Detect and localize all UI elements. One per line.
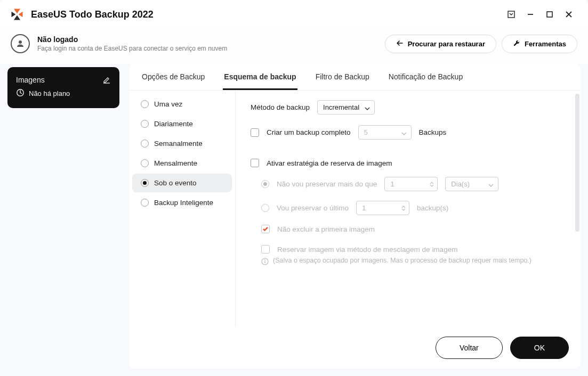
- close-window-icon[interactable]: [559, 5, 578, 24]
- radio-icon: [141, 140, 149, 148]
- sidebar-card[interactable]: Imagens Não há plano: [7, 67, 119, 108]
- radio-icon: [141, 100, 149, 108]
- backup-method-select[interactable]: Incremental: [317, 100, 375, 115]
- enable-strategy-checkbox[interactable]: [251, 159, 259, 167]
- chevron-down-icon: [365, 105, 370, 110]
- backups-suffix: Backups: [419, 128, 447, 136]
- schedule-label: Uma vez: [154, 100, 182, 108]
- title-bar: EaseUS Todo Backup 2022: [0, 0, 588, 29]
- schedule-label: Backup Inteligente: [154, 199, 213, 207]
- schedule-smart[interactable]: Backup Inteligente: [132, 193, 232, 212]
- radio-icon: [141, 159, 149, 167]
- schedule-daily[interactable]: Diariamente: [132, 115, 232, 133]
- reserve-merge-checkbox[interactable]: [261, 245, 270, 254]
- header-bar: Não logado Faça login na conta de EaseUS…: [0, 29, 588, 64]
- schedule-once[interactable]: Uma vez: [132, 95, 232, 113]
- svg-marker-0: [14, 9, 20, 14]
- account-hint: Faça login na conta de EaseUS para conec…: [37, 45, 227, 52]
- schedule-event[interactable]: Sob o evento: [132, 174, 232, 192]
- tab-backup-scheme[interactable]: Esquema de backup: [223, 64, 297, 90]
- preserve-last-label: Vou preservar o último: [277, 204, 349, 212]
- scrollbar[interactable]: [575, 94, 579, 324]
- tab-backup-options[interactable]: Opções de Backup: [141, 64, 206, 90]
- preserve-last-stepper[interactable]: 1: [356, 201, 409, 215]
- dropdown-window-icon[interactable]: [502, 5, 521, 24]
- clock-icon: [16, 88, 25, 99]
- minimize-window-icon[interactable]: [521, 5, 540, 24]
- svg-marker-1: [14, 15, 20, 20]
- reserve-merge-label: Reservar imagem via método de mesclagem …: [277, 246, 457, 254]
- svg-marker-2: [12, 12, 16, 18]
- full-backup-checkbox[interactable]: [251, 128, 259, 137]
- wrench-icon: [513, 39, 520, 48]
- sidebar-card-title: Imagens: [16, 76, 45, 84]
- footer: Voltar OK: [129, 327, 581, 369]
- back-button[interactable]: Voltar: [436, 337, 503, 359]
- scrollbar-thumb[interactable]: [575, 94, 579, 232]
- schedule-monthly[interactable]: Mensalmente: [132, 154, 232, 173]
- no-delete-first-checkbox[interactable]: [261, 225, 270, 233]
- enable-strategy-label: Ativar estratégia de reserva de imagem: [267, 159, 392, 167]
- schedule-label: Mensalmente: [154, 159, 197, 167]
- svg-marker-3: [19, 12, 23, 18]
- info-note-text: (Salva o espaço ocupado por imagens. Mas…: [273, 257, 531, 264]
- preserve-count-value: 1: [390, 180, 394, 188]
- full-backup-count-select[interactable]: 5: [358, 125, 412, 140]
- app-logo-icon: [10, 7, 25, 22]
- settings-panel: Opções de Backup Esquema de backup Filtr…: [129, 64, 581, 369]
- main-area: Imagens Não há plano Opções de Backup Es…: [0, 64, 588, 376]
- schedule-label: Sob o evento: [154, 179, 197, 187]
- preserve-not-more-label: Não vou preservar mais do que: [277, 180, 377, 188]
- chevron-down-icon: [401, 130, 407, 135]
- account-block: Não logado Faça login na conta de EaseUS…: [37, 35, 227, 52]
- preserve-last-value: 1: [362, 204, 366, 212]
- full-backup-label: Criar um backup completo: [267, 128, 351, 136]
- tools-button[interactable]: Ferramentas: [502, 35, 577, 53]
- restore-label: Procurar para restaurar: [408, 40, 485, 48]
- radio-icon: [141, 179, 149, 187]
- avatar-icon[interactable]: [11, 34, 30, 53]
- preserve-unit-value: Dia(s): [451, 180, 470, 188]
- ok-button[interactable]: OK: [510, 337, 569, 359]
- preserve-unit-select[interactable]: Dia(s): [445, 177, 498, 191]
- edit-icon[interactable]: [102, 76, 111, 84]
- svg-point-13: [264, 259, 265, 260]
- restore-button[interactable]: Procurar para restaurar: [385, 35, 496, 53]
- schedule-label: Semanalmente: [154, 140, 203, 148]
- scheme-settings: Método de backup Incremental Criar um ba…: [236, 91, 581, 327]
- info-note-row: (Salva o espaço ocupado por imagens. Mas…: [261, 257, 569, 265]
- tools-label: Ferramentas: [525, 40, 566, 48]
- content-area: Uma vez Diariamente Semanalmente Mensalm…: [129, 91, 581, 327]
- sidebar-plan-label: Não há plano: [29, 89, 70, 97]
- account-status: Não logado: [37, 35, 227, 44]
- tab-backup-filter[interactable]: Filtro de Backup: [315, 64, 370, 90]
- maximize-window-icon[interactable]: [540, 5, 559, 24]
- sidebar: Imagens Não há plano: [7, 64, 119, 369]
- app-title: EaseUS Todo Backup 2022: [31, 9, 154, 20]
- stepper-arrows-icon: [401, 202, 406, 214]
- stepper-arrows-icon: [430, 178, 434, 190]
- preserve-last-suffix: backup(s): [417, 204, 448, 212]
- restore-arrow-icon: [396, 39, 404, 48]
- no-delete-first-label: Não excluir a primeira imagem: [277, 225, 375, 233]
- backup-method-label: Método de backup: [251, 103, 310, 111]
- tab-backup-notify[interactable]: Notificação de Backup: [388, 64, 464, 90]
- schedule-list: Uma vez Diariamente Semanalmente Mensalm…: [129, 91, 236, 327]
- chevron-down-icon: [488, 182, 494, 187]
- svg-rect-6: [547, 12, 552, 17]
- tab-bar: Opções de Backup Esquema de backup Filtr…: [129, 64, 581, 91]
- backup-method-value: Incremental: [323, 103, 359, 111]
- radio-icon: [141, 120, 149, 128]
- radio-icon: [141, 199, 149, 207]
- svg-point-9: [19, 40, 22, 44]
- info-icon: [261, 258, 269, 265]
- full-backup-count-value: 5: [364, 128, 368, 136]
- preserve-not-more-radio[interactable]: [261, 180, 269, 188]
- preserve-count-stepper[interactable]: 1: [384, 177, 438, 191]
- schedule-weekly[interactable]: Semanalmente: [132, 134, 232, 153]
- schedule-label: Diariamente: [154, 120, 193, 128]
- preserve-last-radio[interactable]: [261, 204, 269, 212]
- svg-rect-4: [508, 11, 514, 18]
- app-window: EaseUS Todo Backup 2022 Não logado Faça …: [0, 0, 588, 376]
